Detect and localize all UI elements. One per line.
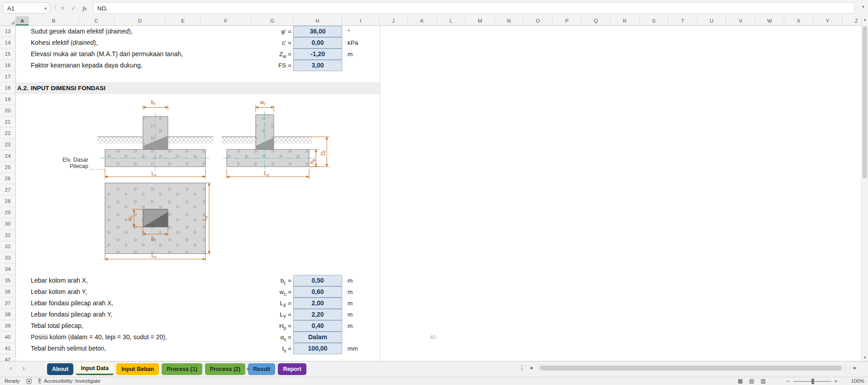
hscroll-right-icon[interactable]: ▶ xyxy=(854,366,857,370)
row-header-42[interactable]: 42 xyxy=(0,354,15,361)
sheet-tab-process-2-[interactable]: Process (2) xyxy=(205,363,245,375)
column-header-R[interactable]: R xyxy=(610,16,639,25)
row-header-38[interactable]: 38 xyxy=(0,309,15,320)
row-header-26[interactable]: 26 xyxy=(0,173,15,184)
row-header-41[interactable]: 41 xyxy=(0,343,15,354)
column-header-G[interactable]: G xyxy=(252,16,293,25)
accessibility-status[interactable]: Accessibility: Investigate xyxy=(37,377,100,385)
input-cell[interactable]: 2,20 xyxy=(293,309,342,320)
prev-sheet-icon[interactable]: ‹ xyxy=(6,364,15,372)
row-header-31[interactable]: 31 xyxy=(0,230,15,241)
row-header-30[interactable]: 30 xyxy=(0,218,15,230)
column-header-W[interactable]: W xyxy=(755,16,784,25)
row-header-36[interactable]: 36 xyxy=(0,286,15,298)
sheet-tab-about[interactable]: About xyxy=(47,363,73,375)
row-header-15[interactable]: 15 xyxy=(0,48,15,60)
column-header-I[interactable]: I xyxy=(342,16,379,25)
column-header-O[interactable]: O xyxy=(524,16,553,25)
row-header-23[interactable]: 23 xyxy=(0,139,15,150)
row-header-24[interactable]: 24 xyxy=(0,150,15,162)
row-header-17[interactable]: 17 xyxy=(0,71,15,82)
column-header-S[interactable]: S xyxy=(639,16,668,25)
scroll-down-icon[interactable]: ▼ xyxy=(862,356,868,360)
row-header-29[interactable]: 29 xyxy=(0,207,15,218)
column-header-K[interactable]: K xyxy=(408,16,437,25)
column-header-X[interactable]: X xyxy=(784,16,813,25)
column-header-L[interactable]: L xyxy=(437,16,466,25)
column-header-N[interactable]: N xyxy=(495,16,524,25)
new-sheet-icon[interactable]: + xyxy=(243,364,253,375)
column-header-V[interactable]: V xyxy=(726,16,755,25)
row-header-37[interactable]: 37 xyxy=(0,298,15,309)
next-sheet-icon[interactable]: › xyxy=(19,364,28,372)
sheet-tab-report[interactable]: Report xyxy=(278,363,306,375)
enter-icon[interactable]: ✓ xyxy=(69,3,78,14)
sheet-tab-process-1-[interactable]: Process (1) xyxy=(162,363,202,375)
input-cell[interactable]: 0,50 xyxy=(293,275,342,286)
view-shortcut-icons[interactable]: ▦▤▧ xyxy=(738,377,772,385)
input-cell[interactable]: -1,20 xyxy=(293,48,342,60)
column-header-C[interactable]: C xyxy=(79,16,114,25)
sheet-tab-input-beban[interactable]: Input Beban xyxy=(116,363,159,375)
row-header-39[interactable]: 39 xyxy=(0,320,15,332)
input-cell[interactable]: 2,00 xyxy=(293,298,342,309)
column-header-H[interactable]: H xyxy=(293,16,342,25)
zoom-slider-thumb[interactable] xyxy=(811,379,814,384)
zoom-out-icon[interactable]: − xyxy=(786,377,790,385)
row-header-28[interactable]: 28 xyxy=(0,196,15,207)
row-header-34[interactable]: 34 xyxy=(0,264,15,275)
column-header-J[interactable]: J xyxy=(379,16,408,25)
formula-input[interactable]: NO. xyxy=(93,2,854,14)
row-header-32[interactable]: 32 xyxy=(0,241,15,252)
input-cell[interactable]: Dalam xyxy=(293,332,342,343)
row-header-16[interactable]: 16 xyxy=(0,60,15,71)
row-header-25[interactable]: 25 xyxy=(0,162,15,173)
select-all-corner[interactable] xyxy=(0,16,16,26)
input-cell[interactable]: 0,60 xyxy=(293,286,342,298)
vertical-scrollbar-thumb[interactable] xyxy=(863,26,867,178)
macro-record-icon[interactable] xyxy=(26,379,32,385)
name-box-chevron-icon[interactable]: ▾ xyxy=(44,3,47,14)
column-header-U[interactable]: U xyxy=(697,16,726,25)
zoom-in-icon[interactable]: + xyxy=(834,377,838,385)
input-cell[interactable]: 3,00 xyxy=(293,60,342,71)
column-header-F[interactable]: F xyxy=(200,16,252,25)
input-cell[interactable]: 0,40 xyxy=(293,320,342,332)
input-cell[interactable]: 36,00 xyxy=(293,26,342,37)
column-header-T[interactable]: T xyxy=(668,16,697,25)
tab-options-icon[interactable]: ⋮ xyxy=(517,364,526,371)
column-header-Q[interactable]: Q xyxy=(582,16,610,25)
row-header-14[interactable]: 14 xyxy=(0,37,15,48)
name-box[interactable]: A1 ▾ xyxy=(3,2,50,14)
row-header-33[interactable]: 33 xyxy=(0,252,15,264)
column-header-Y[interactable]: Y xyxy=(813,16,842,25)
row-header-19[interactable]: 19 xyxy=(0,94,15,105)
column-header-M[interactable]: M xyxy=(466,16,495,25)
formula-expand-icon[interactable]: ▾ xyxy=(862,4,864,9)
zoom-level[interactable]: 100% xyxy=(843,377,864,385)
insert-function-icon[interactable]: fx xyxy=(80,3,89,14)
sheet-grid[interactable]: A.2. INPUT DIMENSI FONDASI 40 xyxy=(16,26,861,361)
row-header-22[interactable]: 22 xyxy=(0,128,15,139)
column-header-A[interactable]: A xyxy=(16,16,29,25)
column-header-B[interactable]: B xyxy=(29,16,79,25)
vertical-scrollbar[interactable]: ▲ ▼ xyxy=(861,16,868,361)
row-header-18[interactable]: 18 xyxy=(0,82,15,94)
column-header-E[interactable]: E xyxy=(166,16,200,25)
scroll-up-icon[interactable]: ▲ xyxy=(862,18,868,22)
cancel-icon[interactable]: × xyxy=(58,3,67,14)
column-header-P[interactable]: P xyxy=(553,16,582,25)
horizontal-scrollbar-thumb[interactable] xyxy=(539,366,842,371)
row-header-21[interactable]: 21 xyxy=(0,116,15,128)
row-header-35[interactable]: 35 xyxy=(0,275,15,286)
hscroll-left-icon[interactable]: ◀ xyxy=(529,366,533,370)
input-cell[interactable]: 100,00 xyxy=(293,343,342,354)
input-cell[interactable]: 0,00 xyxy=(293,37,342,48)
row-header-20[interactable]: 20 xyxy=(0,105,15,116)
column-header-D[interactable]: D xyxy=(114,16,166,25)
row-header-13[interactable]: 13 xyxy=(0,26,15,37)
row-header-40[interactable]: 40 xyxy=(0,332,15,343)
column-header-Z[interactable]: Z xyxy=(842,16,861,25)
sheet-tab-input-data[interactable]: Input Data xyxy=(76,363,114,375)
row-header-27[interactable]: 27 xyxy=(0,184,15,196)
